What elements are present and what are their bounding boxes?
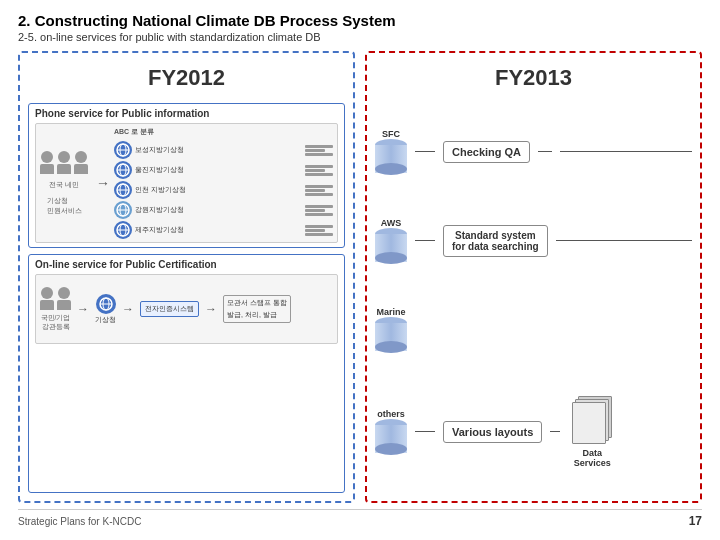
flow-row-1: SFC Checking QA <box>375 129 692 175</box>
phone-service-label: Phone service for Public information <box>35 108 338 119</box>
right-panel-header: FY2013 <box>375 61 692 95</box>
online-service-box: On-line service for Public Certification <box>28 254 345 493</box>
cylinder-icon <box>375 139 407 175</box>
data-services-label: DataServices <box>574 448 611 468</box>
right-connector <box>560 151 692 153</box>
main-page: 2. Constructing National Climate DB Proc… <box>0 0 720 540</box>
phone-service-diagram: 전국 네민 기상청민원서비스 → ABC 로 분류 <box>35 123 338 243</box>
standard-system-label: Standard systemfor data searching <box>452 230 539 252</box>
phone-service-box: Phone service for Public information <box>28 103 345 248</box>
right-panel-content: SFC Checking QA <box>375 103 692 493</box>
aws-cylinder: AWS <box>375 218 407 264</box>
checking-qa-box: Checking QA <box>443 141 530 163</box>
left-panel-header: FY2012 <box>28 61 345 95</box>
cylinder-icon <box>375 419 407 455</box>
person-figure <box>57 287 71 310</box>
others-cylinder: others <box>375 409 407 455</box>
org-item: 울진지방기상청 <box>114 161 333 179</box>
connector-line <box>538 151 552 153</box>
main-title: 2. Constructing National Climate DB Proc… <box>18 12 702 29</box>
org-item: 강원지방기상청 <box>114 201 333 219</box>
person-figure <box>40 151 54 174</box>
flow-row-2: AWS Standard systemfor data searching <box>375 218 692 264</box>
org-item: 보성지방기상청 <box>114 141 333 159</box>
left-panel: FY2012 Phone service for Public informat… <box>18 51 355 503</box>
footer: Strategic Plans for K-NCDC 17 <box>18 509 702 528</box>
flow-row-4: others Various layouts <box>375 396 692 468</box>
page-number: 17 <box>689 514 702 528</box>
stacked-pages-icon <box>572 396 612 446</box>
flow-row-3: Marine <box>375 307 692 353</box>
cylinder-icon <box>375 317 407 353</box>
person-figure <box>57 151 71 174</box>
data-services: DataServices <box>572 396 612 468</box>
connector-line <box>550 431 560 433</box>
standard-system-box: Standard systemfor data searching <box>443 225 548 257</box>
marine-cylinder: Marine <box>375 307 407 353</box>
connector-line <box>556 240 692 242</box>
globe-icon <box>114 221 132 239</box>
online-service-label: On-line service for Public Certification <box>35 259 338 270</box>
others-label: others <box>377 409 405 419</box>
person-figure <box>74 151 88 174</box>
sfc-label: SFC <box>382 129 400 139</box>
various-layouts-box: Various layouts <box>443 421 542 443</box>
org-item: 인천 지방기상청 <box>114 181 333 199</box>
globe-icon <box>114 181 132 199</box>
right-panel: FY2013 SFC Checking QA <box>365 51 702 503</box>
marine-label: Marine <box>376 307 405 317</box>
page-layer-front <box>572 402 606 444</box>
globe-icon <box>114 201 132 219</box>
sub-title: 2-5. on-line services for public with st… <box>18 31 702 43</box>
footer-text: Strategic Plans for K-NCDC <box>18 516 141 527</box>
person-figure <box>40 287 54 310</box>
connector-line <box>415 151 435 153</box>
aws-label: AWS <box>381 218 402 228</box>
sfc-cylinder: SFC <box>375 129 407 175</box>
content-area: FY2012 Phone service for Public informat… <box>18 51 702 503</box>
cylinder-icon <box>375 228 407 264</box>
connector-line <box>415 240 435 242</box>
various-layouts-label: Various layouts <box>452 426 533 438</box>
cert-diagram: 국민/기업강관등록 → 기상청 → 전자인증시스템 <box>35 274 338 344</box>
org-item: 제주지방기상청 <box>114 221 333 239</box>
globe-icon <box>114 161 132 179</box>
globe-icon <box>114 141 132 159</box>
checking-qa-label: Checking QA <box>452 146 521 158</box>
mini-diagram: 전국 네민 기상청민원서비스 → ABC 로 분류 <box>36 124 337 242</box>
connector-line <box>415 431 435 433</box>
